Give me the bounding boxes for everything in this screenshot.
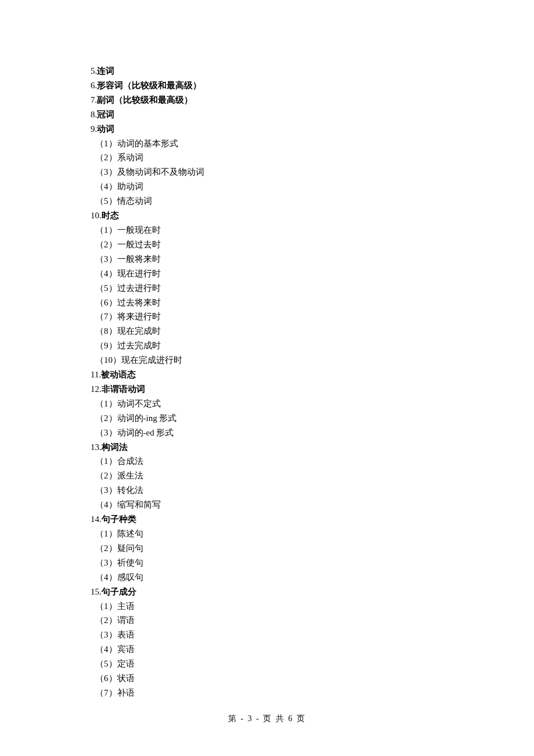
sub-item: （5）过去进行时 [91, 281, 534, 296]
sub-item: （1）主语 [91, 599, 534, 614]
sub-item: （1）陈述句 [91, 527, 534, 541]
sub-item: （6）过去将来时 [91, 296, 534, 310]
sub-item: （2）一般过去时 [91, 237, 534, 252]
sub-item: （3）转化法 [91, 483, 534, 498]
section-title: 非谓语动词 [102, 384, 145, 394]
sub-item: （4）感叹句 [91, 570, 534, 585]
sub-item: （2）系动词 [91, 150, 534, 165]
section-heading: 9.动词 [91, 122, 534, 136]
sub-item: （5）定语 [91, 657, 534, 671]
section-heading: 15.句子成分 [91, 585, 534, 599]
sub-item: （2）谓语 [91, 613, 534, 628]
sub-item: （1）合成法 [91, 454, 534, 469]
sub-item: （3）祈使句 [91, 556, 534, 570]
sub-item: （3）动词的-ed 形式 [91, 426, 534, 440]
section-title: 动词 [97, 124, 114, 134]
section-heading: 11.被动语态 [91, 368, 534, 382]
sub-item: （7）将来进行时 [91, 309, 534, 324]
section-heading: 13.构词法 [91, 440, 534, 455]
section-number: 15. [91, 587, 102, 596]
page-content: 5.连词6.形容词（比较级和最高级）7.副词（比较级和最高级）8.冠词9.动词（… [0, 0, 534, 700]
section-number: 12. [91, 384, 102, 394]
sub-item: （5）情态动词 [91, 194, 534, 208]
section-title: 冠词 [97, 110, 114, 119]
section-heading: 7.副词（比较级和最高级） [91, 93, 534, 107]
sub-item: （1）动词的基本形式 [91, 136, 534, 151]
sub-item: （1）一般现在时 [91, 223, 534, 237]
section-number: 14. [91, 514, 102, 524]
section-heading: 5.连词 [91, 64, 534, 78]
sub-item: （4）宾语 [91, 642, 534, 657]
section-number: 8. [91, 110, 97, 119]
section-number: 10. [91, 211, 102, 220]
section-heading: 6.形容词（比较级和最高级） [91, 78, 534, 93]
section-number: 6. [91, 81, 97, 90]
section-title: 被动语态 [101, 370, 136, 379]
sub-item: （4）现在进行时 [91, 267, 534, 281]
section-number: 7. [91, 95, 97, 105]
section-heading: 14.句子种类 [91, 512, 534, 527]
sub-item: （6）状语 [91, 671, 534, 686]
sub-item: （10）现在完成进行时 [91, 353, 534, 368]
sub-item: （4）助动词 [91, 179, 534, 194]
sub-item: （2）派生法 [91, 469, 534, 483]
sub-item: （2）疑问句 [91, 541, 534, 556]
section-heading: 10.时态 [91, 208, 534, 223]
sub-item: （1）动词不定式 [91, 397, 534, 411]
sub-item: （3）及物动词和不及物动词 [91, 165, 534, 179]
section-number: 13. [91, 442, 102, 452]
section-heading: 8.冠词 [91, 107, 534, 122]
section-title: 句子成分 [102, 587, 136, 596]
sub-item: （3）一般将来时 [91, 252, 534, 267]
section-title: 构词法 [102, 442, 128, 452]
sub-item: （2）动词的-ing 形式 [91, 411, 534, 426]
sub-item: （3）表语 [91, 628, 534, 642]
section-title: 连词 [97, 66, 114, 75]
section-heading: 12.非谓语动词 [91, 382, 534, 397]
section-title: 时态 [102, 211, 119, 220]
sub-item: （4）缩写和简写 [91, 498, 534, 512]
section-title: 形容词（比较级和最高级） [97, 81, 201, 90]
section-number: 5. [91, 66, 97, 75]
sub-item: （9）过去完成时 [91, 339, 534, 353]
section-title: 句子种类 [102, 514, 136, 524]
sub-item: （8）现在完成时 [91, 324, 534, 339]
section-title: 副词（比较级和最高级） [97, 95, 193, 105]
section-number: 11. [91, 370, 101, 379]
page-footer: 第 - 3 - 页 共 6 页 [0, 714, 534, 724]
sub-item: （7）补语 [91, 686, 534, 700]
section-number: 9. [91, 124, 97, 134]
